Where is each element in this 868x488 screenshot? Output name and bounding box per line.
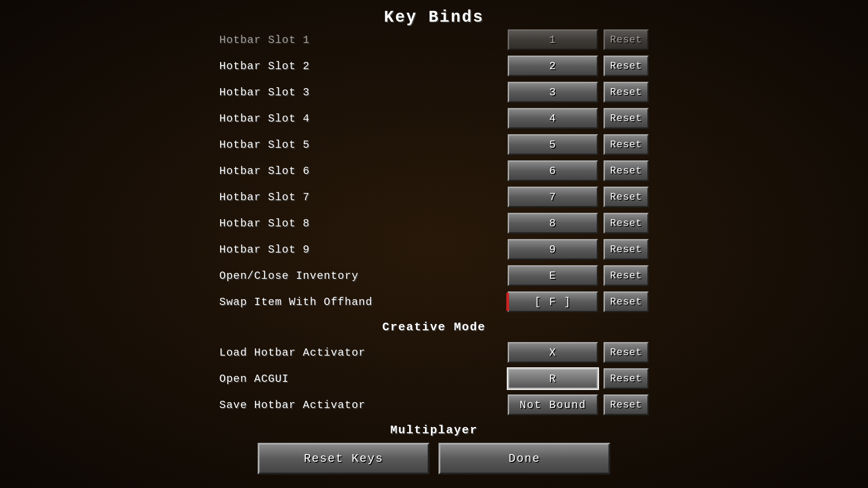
reset-inventory[interactable]: Reset: [604, 265, 649, 286]
keybind-row-offhand: Swap Item With Offhand [ F ] Reset: [219, 289, 649, 315]
key-acgui[interactable]: R: [508, 368, 598, 389]
done-button[interactable]: Done: [439, 443, 610, 474]
section-header-multiplayer: Multiplayer: [219, 418, 649, 442]
label-hotbar-7: Hotbar Slot 7: [219, 191, 400, 203]
label-inventory: Open/Close Inventory: [219, 270, 400, 282]
keybind-row-2: Hotbar Slot 4 4 Reset: [219, 105, 649, 131]
label-load-hotbar: Load Hotbar Activator: [219, 347, 400, 359]
reset-hotbar-7[interactable]: Reset: [604, 187, 649, 207]
key-hotbar-9[interactable]: 9: [508, 239, 598, 260]
label-acgui: Open ACGUI: [219, 373, 400, 385]
right-hotbar-6: 6 Reset: [508, 160, 649, 181]
right-load-hotbar: X Reset: [508, 342, 649, 363]
reset-hotbar-4[interactable]: Reset: [604, 108, 649, 129]
right-hotbar-2: 2 Reset: [508, 56, 649, 76]
section-header-creative: Creative Mode: [219, 315, 649, 339]
right-hotbar-4: 4 Reset: [508, 108, 649, 129]
label-hotbar-2: Hotbar Slot 2: [219, 60, 400, 72]
key-hotbar-6[interactable]: 6: [508, 160, 598, 181]
right-hotbar-7: 7 Reset: [508, 187, 649, 207]
label-hotbar-8: Hotbar Slot 8: [219, 217, 400, 230]
key-hotbar-2[interactable]: 2: [508, 56, 598, 76]
page-title: Key Binds: [384, 0, 484, 27]
keybind-row-7: Hotbar Slot 9 9 Reset: [219, 236, 649, 263]
key-hotbar-4[interactable]: 4: [508, 108, 598, 129]
keybinds-container: Hotbar Slot 1 1 Reset Hotbar Slot 2 2 Re…: [219, 27, 649, 443]
key-hotbar-8[interactable]: 8: [508, 213, 598, 234]
reset-acgui[interactable]: Reset: [604, 368, 649, 389]
label-hotbar-3: Hotbar Slot 3: [219, 86, 400, 99]
keybind-row-save-hotbar: Save Hotbar Activator Not Bound Reset: [219, 392, 649, 418]
reset-hotbar-9[interactable]: Reset: [604, 239, 649, 260]
key-hotbar-3[interactable]: 3: [508, 82, 598, 103]
keybind-row-inventory: Open/Close Inventory E Reset: [219, 263, 649, 289]
key-hotbar-5[interactable]: 5: [508, 134, 598, 155]
label-save-hotbar: Save Hotbar Activator: [219, 399, 400, 411]
right-offhand: [ F ] Reset: [508, 291, 649, 312]
reset-hotbar-5[interactable]: Reset: [604, 134, 649, 155]
reset-keys-button[interactable]: Reset Keys: [258, 443, 429, 474]
label-hotbar-9: Hotbar Slot 9: [219, 244, 400, 256]
keybind-row-3: Hotbar Slot 5 5 Reset: [219, 131, 649, 158]
reset-hotbar-2[interactable]: Reset: [604, 56, 649, 76]
right-hotbar-8: 8 Reset: [508, 213, 649, 234]
reset-hotbar-6[interactable]: Reset: [604, 160, 649, 181]
key-button-partial[interactable]: 1: [508, 29, 598, 50]
keybind-row-6: Hotbar Slot 8 8 Reset: [219, 210, 649, 236]
reset-hotbar-8[interactable]: Reset: [604, 213, 649, 234]
right-save-hotbar: Not Bound Reset: [508, 394, 649, 415]
rows-wrapper: Hotbar Slot 1 1 Reset Hotbar Slot 2 2 Re…: [219, 27, 649, 442]
keybinds-screen: Key Binds Hotbar Slot 1 1 Reset Hotbar S…: [0, 0, 868, 488]
keybind-row-acgui: Open ACGUI R Reset: [219, 366, 649, 392]
right-acgui: R Reset: [508, 368, 649, 389]
key-save-hotbar[interactable]: Not Bound: [508, 394, 598, 415]
right-hotbar-3: 3 Reset: [508, 82, 649, 103]
keybind-row-4: Hotbar Slot 6 6 Reset: [219, 158, 649, 184]
keybind-row-1: Hotbar Slot 3 3 Reset: [219, 79, 649, 105]
bottom-buttons: Reset Keys Done: [258, 443, 610, 479]
conflict-indicator-offhand: [506, 293, 509, 311]
reset-load-hotbar[interactable]: Reset: [604, 342, 649, 363]
keybind-row-partial: Hotbar Slot 1 1 Reset: [219, 27, 649, 53]
keybind-row-0: Hotbar Slot 2 2 Reset: [219, 53, 649, 79]
right-hotbar-5: 5 Reset: [508, 134, 649, 155]
keybind-row-load-hotbar: Load Hotbar Activator X Reset: [219, 339, 649, 366]
right-inventory: E Reset: [508, 265, 649, 286]
reset-hotbar-3[interactable]: Reset: [604, 82, 649, 103]
label-hotbar-5: Hotbar Slot 5: [219, 139, 400, 151]
label-hotbar-6: Hotbar Slot 6: [219, 165, 400, 177]
label-offhand: Swap Item With Offhand: [219, 296, 400, 308]
keybind-row-5: Hotbar Slot 7 7 Reset: [219, 184, 649, 210]
scrollable-area: Hotbar Slot 1 1 Reset Hotbar Slot 2 2 Re…: [219, 27, 649, 443]
keybind-label-partial: Hotbar Slot 1: [219, 34, 400, 46]
reset-offhand[interactable]: Reset: [604, 291, 649, 312]
keybind-right-partial: 1 Reset: [508, 29, 649, 50]
right-hotbar-9: 9 Reset: [508, 239, 649, 260]
reset-button-partial[interactable]: Reset: [604, 29, 649, 50]
key-hotbar-7[interactable]: 7: [508, 187, 598, 207]
key-inventory[interactable]: E: [508, 265, 598, 286]
label-hotbar-4: Hotbar Slot 4: [219, 113, 400, 125]
key-offhand[interactable]: [ F ]: [508, 291, 598, 312]
key-load-hotbar[interactable]: X: [508, 342, 598, 363]
reset-save-hotbar[interactable]: Reset: [604, 394, 649, 415]
